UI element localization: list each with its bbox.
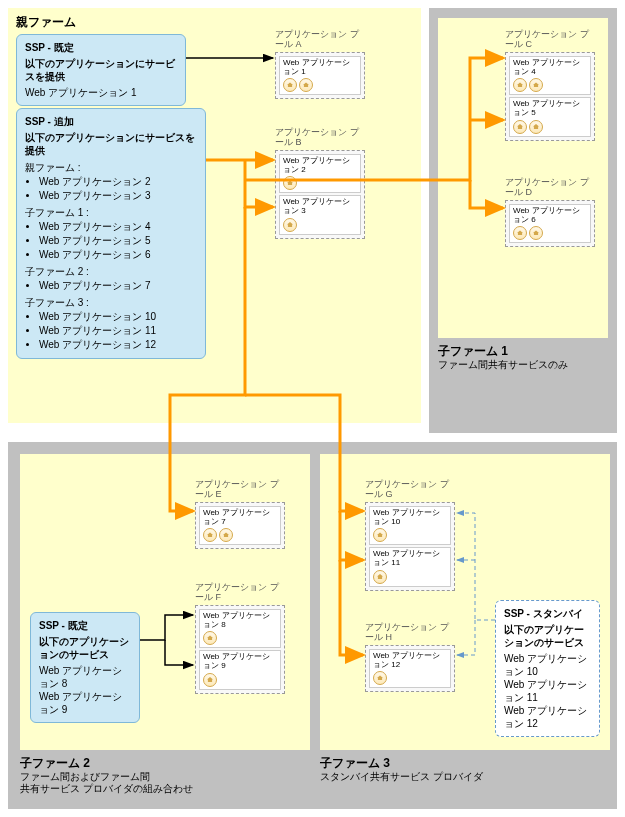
ssp-add-parent: SSP - 追加 以下のアプリケーションにサービスを提供 親ファーム : Web… bbox=[16, 108, 206, 359]
child-farm-3-sub: スタンバイ共有サービス プロバイダ bbox=[320, 770, 483, 784]
home-icon bbox=[203, 631, 217, 645]
home-icon bbox=[529, 78, 543, 92]
parent-farm-title: 親ファーム bbox=[16, 14, 76, 31]
pool-d: アプリケーション プール D Web アプリケーション 6 bbox=[505, 178, 595, 247]
home-icon bbox=[203, 673, 217, 687]
pool-h: アプリケーション プール H Web アプリケーション 12 bbox=[365, 623, 455, 692]
home-icon bbox=[283, 176, 297, 190]
home-icon bbox=[373, 528, 387, 542]
ssp-default-parent: SSP - 既定 以下のアプリケーションにサービスを提供 Web アプリケーショ… bbox=[16, 34, 186, 106]
home-icon bbox=[283, 218, 297, 232]
home-icon bbox=[203, 528, 217, 542]
home-icon bbox=[373, 570, 387, 584]
child-farm-2-sub2: 共有サービス プロバイダの組み合わせ bbox=[20, 782, 193, 796]
home-icon bbox=[513, 120, 527, 134]
pool-a: アプリケーション プール A Web アプリケーション 1 bbox=[275, 30, 365, 99]
pool-e: アプリケーション プール E Web アプリケーション 7 bbox=[195, 480, 285, 549]
child-farm-1-sub: ファーム間共有サービスのみ bbox=[438, 358, 568, 372]
home-icon bbox=[529, 226, 543, 240]
home-icon bbox=[283, 78, 297, 92]
home-icon bbox=[513, 226, 527, 240]
home-icon bbox=[299, 78, 313, 92]
pool-b: アプリケーション プール B Web アプリケーション 2 Web アプリケーシ… bbox=[275, 128, 365, 239]
home-icon bbox=[219, 528, 233, 542]
ssp-default-child2: SSP - 既定 以下のアプリケーションのサービス Web アプリケーション 8… bbox=[30, 612, 140, 723]
home-icon bbox=[513, 78, 527, 92]
home-icon bbox=[373, 671, 387, 685]
pool-g: アプリケーション プール G Web アプリケーション 10 Web アプリケー… bbox=[365, 480, 455, 591]
pool-f: アプリケーション プール F Web アプリケーション 8 Web アプリケーシ… bbox=[195, 583, 285, 694]
pool-c: アプリケーション プール C Web アプリケーション 4 Web アプリケーシ… bbox=[505, 30, 595, 141]
ssp-standby-child3: SSP - スタンバイ 以下のアプリケーションのサービス Web アプリケーショ… bbox=[495, 600, 600, 737]
ssp-app-item: Web アプリケーション 1 bbox=[25, 86, 177, 99]
home-icon bbox=[529, 120, 543, 134]
